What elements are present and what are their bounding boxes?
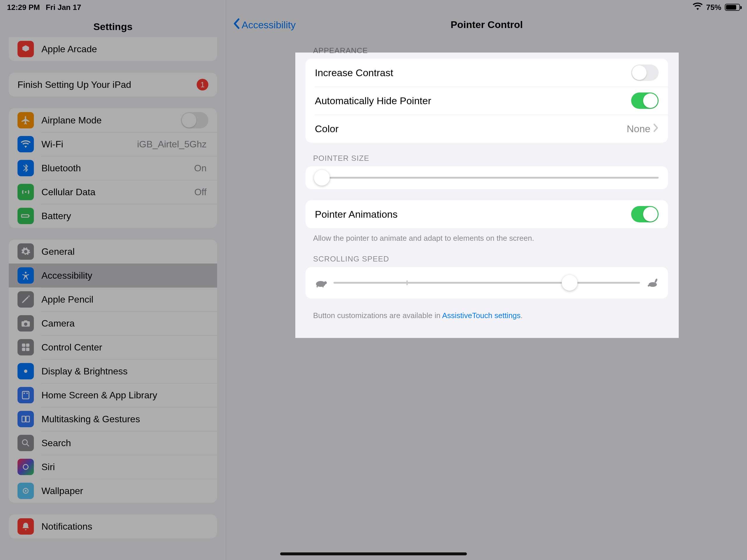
row-label: Increase Contrast <box>315 67 631 78</box>
sidebar-item-display[interactable]: Display & Brightness <box>9 359 217 383</box>
sidebar-item-label: Control Center <box>42 342 208 353</box>
svg-rect-8 <box>27 393 28 394</box>
sidebar-item-apple-arcade[interactable]: Apple Arcade <box>9 37 217 61</box>
row-label: Pointer Animations <box>315 209 631 220</box>
sidebar-item-airplane[interactable]: Airplane Mode <box>9 108 217 132</box>
sidebar-item-label: Finish Setting Up Your iPad <box>18 79 197 90</box>
settings-sidebar: Settings Apple Arcade Finish Setting Up … <box>0 0 226 560</box>
sidebar-item-multitasking[interactable]: Multitasking & Gestures <box>9 407 217 431</box>
svg-rect-3 <box>22 348 25 351</box>
row-pointer-animations[interactable]: Pointer Animations <box>306 200 668 228</box>
pointer-animations-toggle[interactable] <box>631 206 659 222</box>
turtle-icon <box>315 278 328 288</box>
home-indicator <box>280 553 467 555</box>
row-increase-contrast[interactable]: Increase Contrast <box>306 59 668 87</box>
scrolling-speed-slider[interactable] <box>306 267 668 299</box>
bluetooth-value: On <box>194 163 207 174</box>
multitasking-icon <box>18 411 34 427</box>
sidebar-item-accessibility[interactable]: Accessibility <box>9 263 217 287</box>
svg-point-0 <box>25 272 27 274</box>
notifications-icon <box>18 518 34 535</box>
control-center-icon <box>18 339 34 355</box>
sidebar-item-label: Apple Arcade <box>42 44 208 55</box>
sidebar-item-wallpaper[interactable]: Wallpaper <box>9 479 217 503</box>
svg-rect-18 <box>323 286 324 287</box>
animations-footer: Allow the pointer to animate and adapt t… <box>313 233 660 244</box>
brightness-icon <box>18 363 34 379</box>
sidebar-item-battery[interactable]: Battery <box>9 204 217 228</box>
page-title: Pointer Control <box>450 19 523 30</box>
battery-status-icon <box>725 4 740 11</box>
sidebar-item-label: Home Screen & App Library <box>42 390 208 401</box>
airplane-toggle[interactable] <box>181 112 208 128</box>
assistivetouch-link[interactable]: AssistiveTouch settings <box>442 311 520 320</box>
svg-point-11 <box>23 440 27 445</box>
back-button[interactable]: Accessibility <box>232 18 295 31</box>
slider-knob[interactable] <box>562 275 577 291</box>
sidebar-item-siri[interactable]: Siri <box>9 455 217 479</box>
row-color[interactable]: Color None <box>306 115 668 143</box>
slider-track <box>334 282 640 284</box>
sidebar-item-label: Cellular Data <box>42 187 194 198</box>
search-icon <box>18 435 34 451</box>
svg-rect-7 <box>24 393 25 394</box>
sidebar-item-finish-setup[interactable]: Finish Setting Up Your iPad 1 <box>9 73 217 97</box>
bluetooth-icon <box>18 160 34 176</box>
battery-percent: 75% <box>706 3 721 12</box>
slider-track <box>315 177 659 179</box>
svg-rect-17 <box>317 286 318 287</box>
sidebar-item-wifi[interactable]: Wi-Fi iGB_Airtel_5Ghz <box>9 132 217 156</box>
detail-pane: Accessibility Pointer Control APPEARANCE… <box>227 0 747 560</box>
sidebar-item-control-center[interactable]: Control Center <box>9 335 217 359</box>
svg-point-14 <box>25 490 27 492</box>
wifi-status-icon <box>693 3 703 12</box>
sidebar-item-label: Apple Pencil <box>42 294 208 305</box>
svg-rect-9 <box>22 416 25 422</box>
sidebar-item-label: Search <box>42 438 208 449</box>
sidebar-item-notifications[interactable]: Notifications <box>9 514 217 538</box>
color-value: None <box>627 123 650 134</box>
battery-icon <box>18 208 34 224</box>
sidebar-item-cellular[interactable]: Cellular Data Off <box>9 180 217 204</box>
slider-tick <box>407 280 408 285</box>
sidebar-item-label: Battery <box>42 211 208 222</box>
svg-rect-2 <box>26 343 29 347</box>
arcade-icon <box>18 41 34 57</box>
pencil-icon <box>18 291 34 308</box>
sidebar-item-camera[interactable]: Camera <box>9 311 217 335</box>
svg-point-20 <box>648 285 649 286</box>
sidebar-item-label: Camera <box>42 318 208 329</box>
setup-badge: 1 <box>197 79 208 91</box>
svg-point-19 <box>649 282 657 287</box>
sidebar-item-home-screen[interactable]: Home Screen & App Library <box>9 383 217 407</box>
auto-hide-toggle[interactable] <box>631 93 659 109</box>
chevron-left-icon <box>232 18 240 31</box>
rabbit-icon <box>646 278 659 288</box>
pointer-size-slider[interactable] <box>306 166 668 189</box>
sidebar-item-label: Bluetooth <box>42 163 194 174</box>
increase-contrast-toggle[interactable] <box>631 65 659 81</box>
cellular-icon <box>18 184 34 200</box>
row-auto-hide-pointer[interactable]: Automatically Hide Pointer <box>306 87 668 115</box>
status-date: Fri Jan 17 <box>46 3 81 12</box>
sidebar-item-general[interactable]: General <box>9 239 217 263</box>
wifi-value: iGB_Airtel_5Ghz <box>137 139 207 150</box>
chevron-right-icon <box>653 123 659 134</box>
camera-icon <box>18 315 34 331</box>
sidebar-item-label: Notifications <box>42 521 208 532</box>
sidebar-item-bluetooth[interactable]: Bluetooth On <box>9 156 217 180</box>
row-label: Automatically Hide Pointer <box>315 95 631 106</box>
sidebar-item-search[interactable]: Search <box>9 431 217 455</box>
section-header-scrolling-speed: SCROLLING SPEED <box>313 254 660 263</box>
back-label: Accessibility <box>241 19 295 31</box>
status-time: 12:29 PM <box>7 3 40 12</box>
sidebar-item-label: Display & Brightness <box>42 366 208 377</box>
svg-point-12 <box>23 464 28 469</box>
slider-knob[interactable] <box>314 170 330 185</box>
siri-icon <box>18 459 34 475</box>
sidebar-item-label: Multitasking & Gestures <box>42 414 208 425</box>
sidebar-item-pencil[interactable]: Apple Pencil <box>9 287 217 311</box>
svg-rect-4 <box>26 348 29 351</box>
gear-icon <box>18 244 34 260</box>
wifi-icon <box>18 136 34 152</box>
